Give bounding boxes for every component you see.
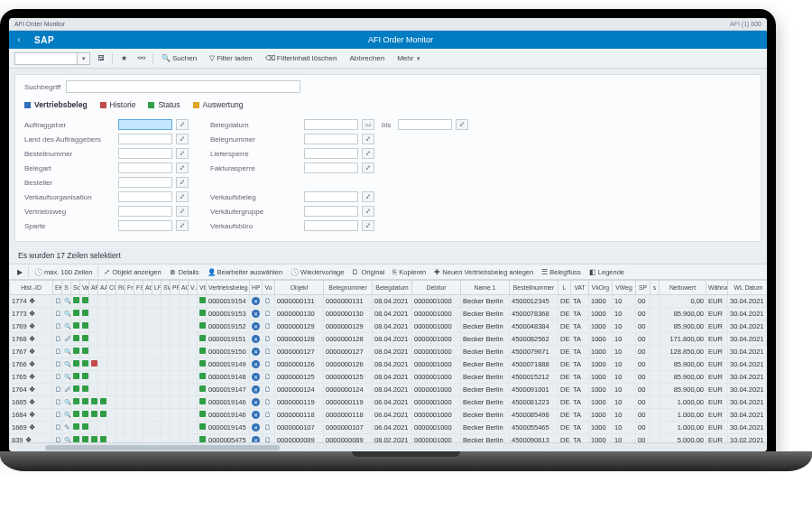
variant-dropdown[interactable]: ▾ [14, 51, 90, 66]
column-header[interactable]: Name 1 [461, 281, 510, 295]
legend[interactable]: ◧ Legende [586, 268, 627, 276]
column-header[interactable]: AC [180, 281, 189, 295]
column-header[interactable]: VkOrg [589, 281, 613, 295]
multi-select-icon[interactable]: ⤢ [176, 177, 189, 188]
multi-select-icon[interactable]: ⤢ [362, 134, 374, 144]
multi-select-icon[interactable]: ⤢ [176, 220, 189, 231]
glasses-icon[interactable]: 👓 [134, 51, 149, 66]
column-header[interactable]: EK... [53, 281, 62, 295]
multi-select-icon[interactable]: ⤢ [176, 162, 189, 173]
column-header[interactable]: Ab [143, 281, 152, 295]
multi-select-icon[interactable]: ⤢ [176, 119, 189, 130]
multi-select-icon[interactable]: ⤢ [176, 134, 189, 144]
chevron-down-icon[interactable]: ▾ [78, 52, 90, 65]
select-processor[interactable]: 👤 Bearbeiter auswählen [205, 268, 286, 276]
column-header[interactable]: Vertriebsbeleg [207, 281, 250, 295]
multi-select-icon[interactable]: ⤢ [176, 206, 189, 217]
criteria-input[interactable] [304, 119, 358, 130]
column-header[interactable]: SP [636, 281, 651, 295]
table-row[interactable]: 1766 ❖🗋🔍0000019149✕🗋00000001260000000126… [10, 358, 768, 371]
criteria-input[interactable] [118, 148, 172, 159]
tab-status[interactable]: Status [148, 100, 180, 109]
column-header[interactable]: Vb [198, 281, 207, 295]
column-header[interactable]: Währung [706, 281, 728, 295]
tab-auswertung[interactable]: Auswertung [193, 100, 244, 109]
criteria-input[interactable] [118, 191, 172, 202]
column-header[interactable]: Debitor [412, 281, 461, 295]
table-row[interactable]: 1773 ❖🗋🔍0000019153✕🗋00000001300000000130… [10, 308, 768, 320]
column-header[interactable]: AA [98, 281, 107, 295]
table-row[interactable]: 1684 ❖🗋🔍0000019146✕🗋00000001180000000118… [10, 409, 768, 422]
criteria-input[interactable] [118, 162, 172, 173]
criteria-input[interactable] [304, 162, 358, 173]
criteria-input[interactable] [304, 220, 358, 231]
docflow[interactable]: ☰ Belegfluss [539, 268, 584, 276]
original[interactable]: 🗋 Original [349, 268, 387, 276]
multi-select-icon[interactable]: ⤢ [362, 148, 374, 159]
criteria-input[interactable] [304, 191, 358, 202]
grid-scroll[interactable]: Hist.-IDEK...SScErVaARAACORüFrFSAbLFSWPP… [9, 280, 767, 442]
column-header[interactable]: Belegdatum [373, 281, 412, 295]
criteria-input[interactable] [118, 134, 172, 144]
column-header[interactable]: ScEr [71, 281, 80, 295]
criteria-input[interactable] [118, 119, 172, 130]
execute-icon[interactable]: ▶ [14, 268, 25, 276]
variant-input[interactable] [14, 52, 78, 65]
tab-historie[interactable]: Historie [100, 100, 136, 109]
multi-select-icon[interactable]: ⤢ [362, 162, 374, 173]
search-button[interactable]: 🔍 Suchen [157, 51, 201, 65]
column-header[interactable]: HP [250, 281, 263, 295]
favorite-icon[interactable]: ★ [116, 51, 131, 66]
filter-clear-button[interactable]: ⌫ Filterinhalt löschen [261, 51, 342, 65]
column-header[interactable]: S [62, 281, 71, 295]
column-header[interactable]: Fr [125, 281, 134, 295]
column-header[interactable]: Belegnummer [324, 281, 373, 295]
table-row[interactable]: 1768 ❖🗋🖉0000019151✕🗋00000001280000000128… [10, 333, 768, 346]
criteria-input[interactable] [118, 177, 172, 188]
tab-vertriebsbeleg[interactable]: Vertriebsbeleg [24, 100, 88, 109]
column-header[interactable]: Bestellnummer [510, 281, 558, 295]
multi-select-icon[interactable]: ⤢ [176, 148, 189, 159]
new-salesdoc[interactable]: ✚ Neuen Vertriebsbeleg anlegen [431, 268, 536, 276]
copy[interactable]: ⎘ Kopieren [390, 268, 429, 276]
cancel-button[interactable]: Abbrechen [345, 51, 389, 65]
column-header[interactable]: PP [171, 281, 180, 295]
column-header[interactable]: Vo [263, 281, 275, 295]
horizontal-scrollbar[interactable] [9, 442, 767, 451]
table-row[interactable]: 1769 ❖🗋🔍0000019152✕🗋00000001290000000129… [10, 320, 768, 333]
table-row[interactable]: 1764 ❖🗋🖉0000019147✕🗋00000001240000000124… [10, 384, 768, 396]
column-header[interactable]: LF [152, 281, 161, 295]
criteria-input-to[interactable] [398, 119, 452, 130]
criteria-input[interactable] [118, 206, 172, 217]
column-header[interactable]: AR [89, 281, 98, 295]
table-row[interactable]: 839 ❖🗋🔍0000005475✕🗋000000008900000000890… [10, 434, 768, 443]
more-button[interactable]: Mehr [392, 51, 425, 65]
criteria-input[interactable] [118, 220, 172, 231]
table-row[interactable]: 1774 ❖🗋🔍0000019154✕🗋00000001310000000131… [10, 295, 768, 308]
column-header[interactable]: Hist.-ID [10, 281, 53, 295]
column-header[interactable]: s [651, 281, 660, 295]
column-header[interactable]: FS [134, 281, 143, 295]
multi-select-icon[interactable]: ⤢ [362, 191, 374, 202]
column-header[interactable]: VWeg [613, 281, 636, 295]
details[interactable]: 🗎 Details [167, 268, 202, 276]
column-header[interactable]: Rü [116, 281, 125, 295]
table-row[interactable]: 1765 ❖🗋🔍0000019148✕🗋00000001250000000125… [10, 371, 768, 384]
max-rows[interactable]: 🕓 max. 100 Zeilen [32, 268, 95, 276]
column-header[interactable]: Va [80, 281, 89, 295]
column-header[interactable]: WL Datum [728, 281, 768, 295]
back-button[interactable]: ‹ [9, 35, 29, 44]
column-header[interactable]: Objekt [275, 281, 324, 295]
column-header[interactable]: VAT [571, 281, 589, 295]
suchbegriff-input[interactable] [66, 80, 300, 93]
criteria-input[interactable] [304, 148, 358, 159]
multi-select-icon[interactable]: ⤢ [176, 191, 189, 202]
save-icon[interactable]: 🖫 [94, 51, 108, 66]
table-row[interactable]: 1685 ❖🗋🔍0000019146✕🗋00000001190000000119… [10, 396, 768, 409]
criteria-input[interactable] [304, 134, 358, 144]
criteria-input[interactable] [304, 206, 358, 217]
column-header[interactable]: Nettowert [660, 281, 706, 295]
show-object[interactable]: ⤢ Objekt anzeigen [101, 268, 163, 276]
table-row[interactable]: 1767 ❖🗋🔍0000019150✕🗋00000001270000000127… [10, 346, 768, 358]
multi-select-icon[interactable]: ⤢ [456, 119, 468, 130]
